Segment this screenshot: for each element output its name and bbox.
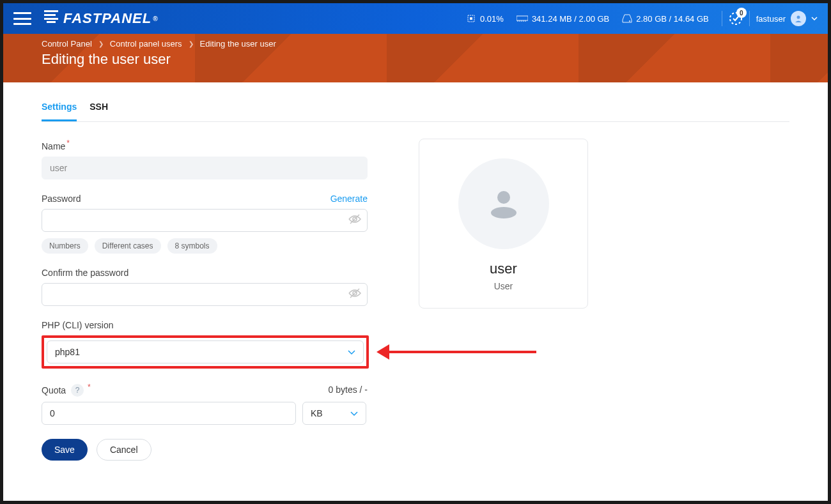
svg-rect-5 <box>470 17 472 20</box>
annotation-arrow <box>377 344 536 360</box>
breadcrumb: Control Panel ❯ Control panel users ❯ Ed… <box>42 39 789 49</box>
chevron-down-icon <box>348 347 355 357</box>
disk-stat[interactable]: 2.80 GB / 14.64 GB <box>622 14 708 24</box>
quota-usage: 0 bytes / - <box>329 385 368 395</box>
php-cli-select[interactable]: php81 <box>47 340 364 363</box>
logo[interactable]: FASTPANEL ® <box>44 10 159 27</box>
avatar-large-icon <box>458 158 549 249</box>
breadcrumb-link-users[interactable]: Control panel users <box>110 39 182 49</box>
menu-toggle-icon[interactable] <box>13 12 31 25</box>
svg-point-14 <box>497 191 510 204</box>
tab-settings[interactable]: Settings <box>42 95 77 121</box>
php-cli-label: PHP (CLI) version <box>42 320 114 330</box>
field-quota: Quota ? * 0 bytes / - KB <box>42 383 368 425</box>
quota-unit-value: KB <box>311 408 323 418</box>
chip-cases: Different cases <box>95 238 161 254</box>
divider <box>722 11 722 26</box>
quota-label: Quota ? * <box>42 383 91 397</box>
svg-rect-6 <box>516 16 528 20</box>
content: Settings SSH Name* Password <box>3 82 828 480</box>
php-cli-value: php81 <box>55 347 80 357</box>
username: fastuser <box>756 14 786 24</box>
field-name: Name* <box>42 139 368 179</box>
logo-text: FASTPANEL <box>63 10 151 27</box>
logo-icon <box>44 10 58 27</box>
page-title: Editing the user user <box>42 51 789 68</box>
cpu-stat[interactable]: 0.01% <box>466 13 504 24</box>
tasks-button[interactable]: 0 <box>729 11 743 26</box>
app-frame: FASTPANEL ® 0.01% 341.24 MB / 2.00 GB 2.… <box>3 3 828 501</box>
user-menu[interactable]: fastuser <box>756 11 818 26</box>
chevron-right-icon: ❯ <box>98 40 104 47</box>
cancel-button[interactable]: Cancel <box>97 439 151 461</box>
chevron-down-icon <box>350 408 358 418</box>
svg-rect-3 <box>47 21 56 23</box>
quota-input[interactable] <box>42 402 296 425</box>
password-input[interactable] <box>42 209 368 232</box>
cpu-value: 0.01% <box>480 14 504 24</box>
avatar-icon <box>791 11 806 26</box>
divider <box>749 11 750 26</box>
annotation-highlight: php81 <box>42 335 369 369</box>
topbar: FASTPANEL ® 0.01% 341.24 MB / 2.00 GB 2.… <box>3 3 828 34</box>
tabs: Settings SSH <box>42 95 789 122</box>
form-column: Name* Password Generate <box>42 139 368 461</box>
password-hints: Numbers Different cases 8 symbols <box>42 238 368 254</box>
memory-stat[interactable]: 341.24 MB / 2.00 GB <box>516 14 609 24</box>
memory-value: 341.24 MB / 2.00 GB <box>532 14 609 24</box>
svg-rect-2 <box>44 18 58 20</box>
tasks-count-badge: 0 <box>736 8 747 18</box>
quota-unit-select[interactable]: KB <box>302 402 366 425</box>
registered-icon: ® <box>153 15 158 22</box>
toggle-visibility-icon[interactable] <box>348 288 361 301</box>
confirm-password-label: Confirm the password <box>42 268 128 278</box>
chevron-down-icon <box>811 17 818 20</box>
profile-card: user User <box>419 139 588 309</box>
generate-password-link[interactable]: Generate <box>330 194 368 204</box>
password-label: Password <box>42 194 81 204</box>
svg-point-7 <box>629 20 630 22</box>
chevron-right-icon: ❯ <box>189 40 194 47</box>
toggle-visibility-icon[interactable] <box>348 214 361 227</box>
confirm-password-input[interactable] <box>42 283 368 306</box>
disk-icon <box>622 14 632 23</box>
form-actions: Save Cancel <box>42 439 368 461</box>
field-php-cli: PHP (CLI) version php81 <box>42 320 368 369</box>
field-confirm-password: Confirm the password <box>42 268 368 306</box>
disk-value: 2.80 GB / 14.64 GB <box>636 14 708 24</box>
field-password: Password Generate Numbers Different case… <box>42 194 368 254</box>
svg-point-15 <box>491 207 516 218</box>
profile-role: User <box>494 281 513 291</box>
breadcrumb-link-root[interactable]: Control Panel <box>42 39 92 49</box>
save-button[interactable]: Save <box>42 439 88 461</box>
svg-point-9 <box>797 16 800 19</box>
help-icon[interactable]: ? <box>71 384 84 397</box>
profile-name: user <box>490 261 517 277</box>
svg-rect-0 <box>44 10 58 12</box>
cpu-icon <box>466 13 476 24</box>
memory-icon <box>516 15 528 22</box>
name-label: Name* <box>42 139 70 151</box>
hero: Control Panel ❯ Control panel users ❯ Ed… <box>3 34 828 82</box>
name-input[interactable] <box>42 157 368 179</box>
svg-rect-1 <box>44 14 56 16</box>
breadcrumb-current: Editing the user user <box>200 39 276 49</box>
tab-ssh[interactable]: SSH <box>89 95 108 121</box>
chip-numbers: Numbers <box>42 238 88 254</box>
chip-length: 8 symbols <box>167 238 217 254</box>
